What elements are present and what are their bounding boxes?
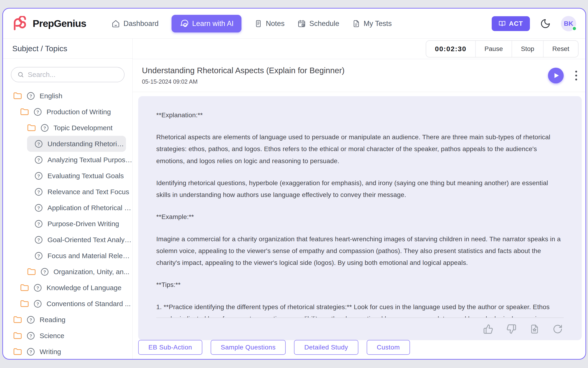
svg-text:?: ? [29, 349, 32, 354]
dark-mode-toggle[interactable] [540, 18, 551, 29]
tree-item[interactable]: ? Purpose-Driven Writing [3, 216, 132, 232]
book-icon [499, 20, 506, 27]
thumbs-down-icon [506, 324, 517, 334]
question-circle-icon: ? [40, 123, 49, 133]
sample-questions-button[interactable]: Sample Questions [211, 340, 286, 355]
play-icon [553, 72, 560, 79]
tree-item[interactable]: ? Relevance and Text Focus [3, 184, 132, 200]
question-circle-icon: ? [34, 251, 43, 260]
folder-icon [27, 123, 36, 132]
sidebar-title: Subject / Topics [3, 39, 132, 59]
folder-icon [20, 299, 29, 308]
avatar[interactable]: BK [561, 16, 576, 31]
svg-text:?: ? [37, 237, 40, 242]
tree-item[interactable]: ? Focus and Material Releva... [3, 248, 132, 264]
regenerate-button[interactable] [553, 324, 563, 334]
folder-icon [13, 347, 22, 356]
paragraph: Rhetorical aspects are elements of langu… [156, 131, 564, 167]
svg-text:?: ? [29, 333, 32, 338]
nav-right: ACT BK [492, 16, 576, 31]
tree-item[interactable]: ? Science [3, 328, 132, 344]
question-circle-icon: ? [40, 267, 49, 276]
paragraph: **Tips:** [156, 279, 564, 291]
tree-item[interactable]: ? Topic Development [3, 120, 132, 136]
svg-text:?: ? [37, 205, 40, 210]
tree-item-label: Evaluating Textual Goals [47, 172, 124, 180]
tree-item[interactable]: ? Writing [3, 344, 132, 359]
paragraph: **Example:** [156, 211, 564, 223]
play-audio-button[interactable] [548, 68, 564, 83]
question-circle-icon: ? [34, 203, 43, 212]
nav-item-schedule[interactable]: Schedule [298, 19, 339, 28]
search-wrap [3, 59, 132, 85]
folder-icon [20, 283, 29, 292]
tree-item-label: Conventions of Standard ... [46, 300, 131, 308]
detailed-study-button[interactable]: Detailed Study [294, 340, 358, 355]
nav-item-my-tests[interactable]: My Tests [352, 19, 392, 28]
tree-item[interactable]: ? Evaluating Textual Goals [3, 168, 132, 184]
paragraph: Identifying rhetorical questions, hyperb… [156, 177, 564, 201]
nav-label: Schedule [309, 19, 339, 28]
svg-text:?: ? [37, 157, 40, 162]
tree-item-label: Production of Writing [46, 108, 111, 116]
top-nav: PrepGenius Dashboard Learn with AI [3, 9, 586, 39]
save-note-button[interactable] [529, 324, 540, 334]
topic-tree: ? English ? Production of Writing [3, 85, 132, 359]
tree-item[interactable]: ? English [3, 88, 132, 104]
question-circle-icon: ? [33, 107, 42, 117]
document-star-icon [529, 324, 540, 334]
tree-item[interactable]: ? Analyzing Textual Purposes [3, 152, 132, 168]
svg-text:?: ? [37, 189, 40, 194]
act-button[interactable]: ACT [492, 16, 530, 31]
tree-item-label: Topic Development [53, 124, 113, 132]
lesson-header: Understanding Rhetorical Aspects (Explai… [133, 59, 586, 92]
thumbs-down-button[interactable] [506, 324, 517, 334]
act-label: ACT [509, 20, 523, 27]
custom-button[interactable]: Custom [367, 340, 410, 355]
paragraph: 1. **Practice identifying the different … [156, 301, 564, 317]
tree-item[interactable]: ? Knowledge of Language [3, 280, 132, 296]
reset-button[interactable]: Reset [543, 41, 578, 57]
tree-item-label: Reading [40, 316, 66, 324]
eb-sub-action-button[interactable]: EB Sub-Action [138, 340, 202, 355]
moon-icon [540, 18, 551, 29]
tree-item[interactable]: ? Organization, Unity, an... [3, 264, 132, 280]
nav-item-learn-with-ai[interactable]: Learn with AI [172, 15, 241, 32]
question-circle-icon: ? [34, 171, 43, 181]
tree-item[interactable]: ? Understanding Rhetorical A... [27, 136, 126, 152]
thumbs-up-button[interactable] [483, 324, 493, 334]
search-input[interactable] [28, 71, 118, 79]
folder-icon [13, 331, 22, 340]
search-box[interactable] [11, 67, 124, 82]
thumbs-up-icon [483, 324, 493, 334]
lesson-timestamp: 05-15-2024 09:02 AM [142, 78, 344, 85]
folder-icon [20, 108, 29, 116]
question-circle-icon: ? [26, 347, 35, 356]
pause-button[interactable]: Pause [475, 41, 512, 57]
svg-text:?: ? [37, 173, 40, 178]
timer-row: 00:02:30 Pause Stop Reset [133, 39, 586, 59]
nav-item-dashboard[interactable]: Dashboard [112, 19, 158, 28]
more-options-menu[interactable] [574, 69, 579, 82]
explanation-card: **Explanation:**Rhetorical aspects are e… [138, 96, 582, 340]
tree-item[interactable]: ? Goal-Oriented Text Analysis [3, 232, 132, 248]
question-circle-icon: ? [34, 187, 43, 196]
svg-text:?: ? [37, 253, 40, 258]
svg-text:?: ? [37, 141, 40, 146]
paragraph: Imagine a commercial for a charity organ… [156, 233, 564, 269]
question-circle-icon: ? [26, 91, 35, 101]
nav-label: Notes [266, 19, 284, 28]
nav-items: Dashboard Learn with AI Notes [112, 15, 392, 32]
nav-item-notes[interactable]: Notes [255, 19, 284, 28]
stop-button[interactable]: Stop [512, 41, 543, 57]
tree-item[interactable]: ? Production of Writing [3, 104, 132, 120]
timer-value: 00:02:30 [426, 41, 475, 57]
tree-item[interactable]: ? Application of Rhetorical D... [3, 200, 132, 216]
tree-item-label: English [40, 92, 62, 100]
tree-item[interactable]: ? Conventions of Standard ... [3, 296, 132, 312]
svg-text:?: ? [29, 317, 32, 322]
tree-item[interactable]: ? Reading [3, 312, 132, 328]
app-window: PrepGenius Dashboard Learn with AI [2, 8, 586, 360]
tree-item-label: Relevance and Text Focus [47, 188, 129, 196]
brand[interactable]: PrepGenius [12, 16, 86, 31]
